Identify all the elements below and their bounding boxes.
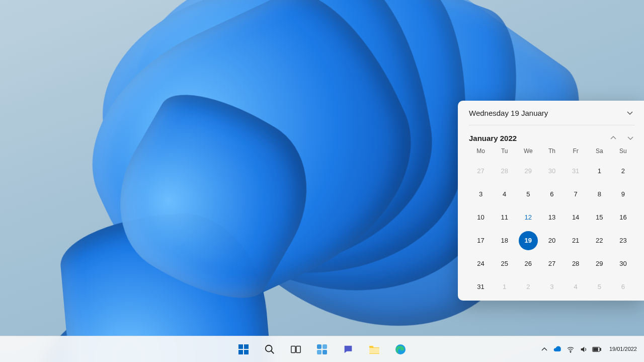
taskbar-start[interactable] [233, 339, 254, 360]
tray-battery[interactable] [592, 345, 601, 354]
calendar-day[interactable]: 14 [566, 208, 585, 227]
tray-onedrive[interactable] [553, 345, 562, 354]
start-icon [237, 343, 250, 355]
calendar-day[interactable]: 27 [542, 254, 561, 273]
calendar-dow: Sa [588, 148, 611, 158]
search-icon [264, 344, 275, 355]
calendar-collapse-button[interactable] [625, 108, 635, 118]
taskbar: 19/01/2022 [0, 336, 644, 362]
calendar-day[interactable]: 1 [590, 162, 609, 181]
taskbar-file-explorer[interactable] [364, 339, 385, 360]
calendar-day[interactable]: 28 [566, 254, 585, 273]
svg-rect-1 [244, 344, 249, 349]
chevron-up-icon [541, 346, 547, 352]
calendar-day[interactable]: 5 [519, 185, 538, 204]
cloud-icon [553, 345, 561, 353]
desktop[interactable]: Wednesday 19 January January 2022 MoTuWe… [0, 0, 644, 362]
calendar-day[interactable]: 3 [471, 185, 491, 204]
calendar-day[interactable]: 29 [590, 254, 609, 273]
calendar-day[interactable]: 2 [519, 277, 538, 297]
calendar-day[interactable]: 6 [542, 185, 561, 204]
calendar-day[interactable]: 10 [471, 208, 491, 227]
calendar-dow: Th [540, 148, 564, 158]
calendar-next-button[interactable] [626, 133, 635, 142]
svg-rect-0 [238, 344, 243, 349]
taskbar-task-view[interactable] [285, 339, 306, 360]
svg-rect-3 [244, 350, 249, 354]
calendar-day[interactable]: 21 [566, 231, 585, 250]
chevron-down-icon [627, 110, 633, 116]
calendar-day[interactable]: 12 [519, 208, 538, 227]
calendar-day[interactable]: 28 [495, 162, 514, 181]
calendar-day[interactable]: 30 [613, 254, 632, 273]
calendar-day[interactable]: 18 [495, 231, 514, 250]
calendar-day[interactable]: 26 [519, 254, 538, 273]
svg-rect-9 [323, 344, 327, 349]
clock-date: 19/01/2022 [609, 346, 637, 352]
svg-point-4 [266, 345, 272, 351]
calendar-day[interactable]: 7 [566, 185, 585, 204]
svg-rect-7 [296, 346, 300, 352]
calendar-dow: Mo [469, 148, 493, 158]
tray-network[interactable] [566, 345, 575, 354]
taskbar-search[interactable] [259, 339, 280, 360]
calendar-day[interactable]: 1 [495, 277, 514, 297]
calendar-day[interactable]: 6 [613, 277, 632, 297]
calendar-day[interactable]: 4 [566, 277, 585, 297]
calendar-day[interactable]: 3 [542, 277, 561, 297]
taskbar-center [233, 339, 411, 360]
svg-rect-12 [369, 348, 379, 353]
calendar-day[interactable]: 13 [542, 208, 561, 227]
taskbar-widgets[interactable] [311, 339, 333, 360]
svg-rect-10 [317, 350, 321, 354]
taskbar-edge[interactable] [390, 339, 411, 360]
calendar-dow: Su [611, 148, 635, 158]
tray-sound[interactable] [579, 345, 588, 354]
calendar-day[interactable]: 27 [471, 162, 491, 181]
chat-icon [343, 344, 354, 355]
svg-rect-6 [291, 346, 295, 352]
system-tray [540, 345, 601, 354]
svg-point-14 [570, 351, 571, 352]
taskbar-chat[interactable] [338, 339, 359, 360]
taskbar-clock[interactable]: 19/01/2022 [606, 344, 640, 354]
chevron-down-icon [627, 135, 633, 141]
calendar-month-label[interactable]: January 2022 [469, 134, 517, 142]
svg-rect-8 [317, 344, 321, 349]
calendar-day[interactable]: 5 [590, 277, 609, 297]
calendar-dow: We [516, 148, 540, 158]
calendar-day[interactable]: 9 [613, 185, 632, 204]
calendar-day[interactable]: 8 [590, 185, 609, 204]
calendar-day[interactable]: 25 [495, 254, 514, 273]
calendar-prev-button[interactable] [609, 133, 618, 142]
speaker-icon [580, 345, 588, 353]
calendar-day[interactable]: 16 [613, 208, 632, 227]
calendar-dow: Tu [493, 148, 516, 158]
wifi-icon [567, 345, 575, 353]
calendar-day[interactable]: 17 [471, 231, 491, 250]
calendar-grid: MoTuWeThFrSaSu27282930311234567891011121… [469, 148, 635, 297]
svg-rect-16 [600, 348, 601, 350]
calendar-day[interactable]: 30 [542, 162, 561, 181]
calendar-day[interactable]: 20 [542, 231, 561, 250]
svg-rect-11 [323, 350, 327, 354]
calendar-day[interactable]: 4 [495, 185, 514, 204]
taskbar-right: 19/01/2022 [540, 344, 640, 354]
calendar-day[interactable]: 11 [495, 208, 514, 227]
calendar-day[interactable]: 2 [613, 162, 632, 181]
calendar-day[interactable]: 19 [519, 231, 538, 250]
calendar-day[interactable]: 29 [519, 162, 538, 181]
svg-line-5 [271, 350, 274, 353]
svg-rect-17 [593, 348, 598, 351]
widgets-icon [316, 343, 328, 355]
calendar-day[interactable]: 31 [471, 277, 491, 297]
calendar-day[interactable]: 22 [590, 231, 609, 250]
battery-icon [592, 346, 601, 353]
tray-overflow[interactable] [540, 345, 549, 354]
calendar-day[interactable]: 31 [566, 162, 585, 181]
svg-rect-2 [238, 350, 243, 354]
calendar-day[interactable]: 23 [613, 231, 632, 250]
chevron-up-icon [610, 135, 616, 141]
calendar-day[interactable]: 24 [471, 254, 491, 273]
calendar-day[interactable]: 15 [590, 208, 609, 227]
